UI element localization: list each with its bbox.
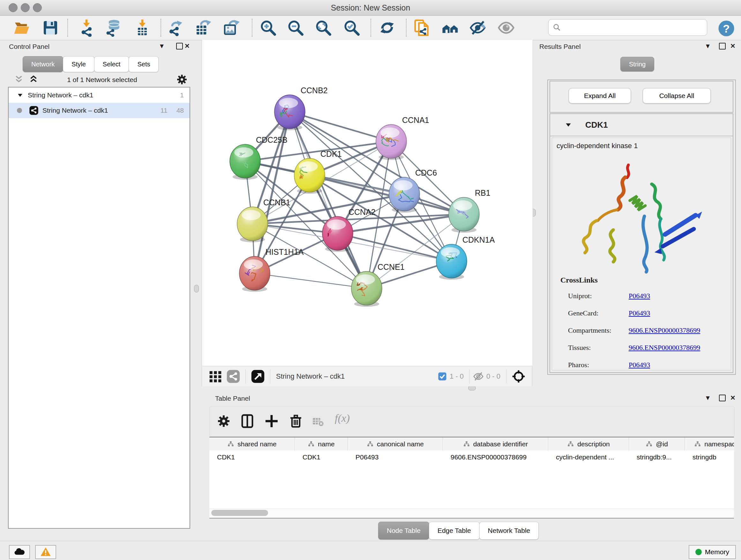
collapse-all-button[interactable]: Collapse All — [643, 88, 711, 104]
crosslink-link[interactable]: P06493 — [629, 292, 650, 300]
toolbar-separator — [469, 369, 470, 383]
expand-all-button[interactable]: Expand All — [569, 88, 631, 104]
table-cell[interactable]: P06493 — [348, 450, 443, 464]
trash-icon — [288, 414, 304, 429]
column-header-description[interactable]: description — [548, 437, 629, 451]
show-hidden-button[interactable] — [496, 18, 516, 37]
collapse-all-networks-button[interactable] — [11, 74, 26, 86]
table-cell[interactable]: stringdb:9... — [629, 450, 685, 464]
network-view-toolbar: String Network – cdk1 1 - 0 0 - 0 — [202, 366, 532, 386]
show-columns-button[interactable] — [239, 413, 256, 429]
table-cell[interactable]: CDK1 — [295, 450, 348, 464]
delete-table-button[interactable] — [311, 415, 325, 429]
tab-style[interactable]: Style — [63, 56, 94, 72]
zoom-fit-button[interactable] — [314, 18, 333, 37]
crosslink-link[interactable]: 9606.ENSP00000378699 — [629, 326, 700, 334]
memory-button[interactable]: Memory — [689, 545, 736, 559]
horizontal-splitter-handle[interactable] — [468, 386, 476, 390]
crosslink-link[interactable]: P06493 — [629, 361, 650, 369]
network-view-mode-button[interactable] — [226, 369, 240, 383]
collection-label: String Network – cdk1 — [28, 91, 93, 99]
results-panel-float-button[interactable]: ▼ — [704, 43, 711, 49]
export-table-button[interactable] — [194, 18, 213, 37]
table-horizontal-scrollbar[interactable] — [209, 509, 734, 518]
home-button[interactable] — [441, 18, 460, 37]
import-table-icon — [133, 19, 151, 37]
table-cell[interactable]: CDK1 — [209, 450, 295, 464]
table-cell[interactable]: 9606.ENSP00000378699 — [443, 450, 548, 464]
selected-checkbox-icon[interactable] — [437, 372, 447, 381]
network-node-CDK1[interactable]: CDK1 — [294, 149, 342, 194]
export-network-button[interactable] — [166, 18, 185, 37]
zoom-selected-button[interactable] — [342, 18, 361, 37]
tab-edge-table[interactable]: Edge Table — [429, 522, 480, 540]
tab-select[interactable]: Select — [94, 56, 129, 72]
network-row[interactable]: String Network – cdk1 11 48 — [9, 103, 190, 118]
import-network-file-button[interactable] — [77, 18, 96, 37]
network-options-gear-button[interactable] — [174, 73, 190, 87]
table-panel-close-button[interactable]: ✕ — [730, 395, 736, 401]
tab-sets[interactable]: Sets — [129, 56, 158, 72]
network-node-CDC25B[interactable]: CDC25B — [230, 135, 287, 180]
section-expander-icon — [565, 121, 572, 128]
help-button[interactable]: ? — [717, 19, 736, 38]
crosslink-row: Pharos:P06493 — [568, 361, 650, 369]
column-header-shared-name[interactable]: shared name — [209, 437, 295, 451]
control-panel-maximize-button[interactable] — [176, 43, 183, 51]
import-table-button[interactable] — [133, 18, 152, 37]
network-node-HIST1H1A[interactable]: HIST1H1A — [239, 247, 304, 292]
crosslink-link[interactable]: P06493 — [629, 309, 650, 317]
delete-column-button[interactable] — [287, 413, 304, 429]
network-canvas[interactable]: CCNB2CCNA1CDC25BCDK1CDC6RB1CCNB1CCNA2CDK… — [202, 40, 533, 366]
export-image-button[interactable] — [221, 18, 241, 37]
left-splitter-handle[interactable] — [194, 285, 199, 293]
warnings-button[interactable] — [35, 545, 56, 559]
tab-network-table[interactable]: Network Table — [479, 522, 539, 540]
network-node-CCNB2[interactable]: CCNB2 — [274, 86, 328, 130]
table-cell[interactable]: cyclin-dependent ... — [548, 450, 629, 464]
column-header-name[interactable]: name — [295, 437, 348, 451]
hidden-eye-icon[interactable] — [473, 371, 484, 382]
import-network-database-button[interactable] — [104, 18, 123, 37]
cloud-status-button[interactable] — [9, 545, 30, 559]
save-session-button[interactable] — [41, 18, 60, 37]
table-cell[interactable]: stringdb — [685, 450, 734, 464]
crosslink-link[interactable]: 9606.ENSP00000378699 — [629, 344, 700, 352]
toolbar-separator — [67, 19, 68, 37]
scrollbar-thumb[interactable] — [211, 510, 268, 516]
control-panel-float-button[interactable]: ▼ — [158, 43, 165, 49]
expand-all-networks-button[interactable] — [26, 74, 41, 86]
column-header-database-identifier[interactable]: database identifier — [443, 437, 548, 451]
table-panel-float-button[interactable]: ▼ — [704, 395, 711, 401]
add-column-button[interactable] — [263, 413, 280, 429]
table-settings-button[interactable] — [215, 413, 232, 429]
network-node-CDKN1A[interactable]: CDKN1A — [436, 235, 495, 280]
tab-node-table[interactable]: Node Table — [378, 522, 429, 540]
network-collection-row[interactable]: String Network – cdk1 1 — [9, 87, 190, 103]
column-header-namespace[interactable]: namespace — [685, 437, 734, 451]
toolbar-separator — [406, 19, 407, 37]
table-row[interactable]: CDK1CDK1P064939606.ENSP00000378699cyclin… — [209, 450, 734, 464]
zoom-in-button[interactable] — [259, 18, 278, 37]
birds-eye-view-button[interactable] — [512, 369, 526, 383]
detach-view-button[interactable] — [251, 369, 265, 383]
results-panel-maximize-button[interactable] — [719, 43, 726, 51]
column-header-canonical-name[interactable]: canonical name — [348, 437, 443, 451]
open-file-button[interactable] — [12, 18, 31, 37]
network-node-RB1[interactable]: RB1 — [449, 188, 490, 233]
search-input[interactable] — [564, 21, 702, 34]
hide-selected-button[interactable] — [468, 18, 488, 37]
tab-network[interactable]: Network — [23, 56, 63, 72]
table-panel-maximize-button[interactable] — [719, 395, 726, 402]
results-panel-close-button[interactable]: ✕ — [730, 43, 736, 49]
function-builder-button[interactable]: f(x) — [335, 412, 350, 424]
control-panel-close-button[interactable]: ✕ — [185, 43, 190, 49]
grid-view-button[interactable] — [208, 369, 222, 383]
clone-network-button[interactable] — [413, 18, 432, 37]
tab-string[interactable]: String — [620, 57, 654, 71]
zoom-out-button[interactable] — [286, 18, 305, 37]
refresh-button[interactable] — [378, 18, 397, 37]
column-header--id[interactable]: @id — [629, 437, 685, 451]
network-node-CCNE1[interactable]: CCNE1 — [351, 262, 405, 307]
gene-section-header[interactable]: CDK1 — [550, 114, 733, 136]
